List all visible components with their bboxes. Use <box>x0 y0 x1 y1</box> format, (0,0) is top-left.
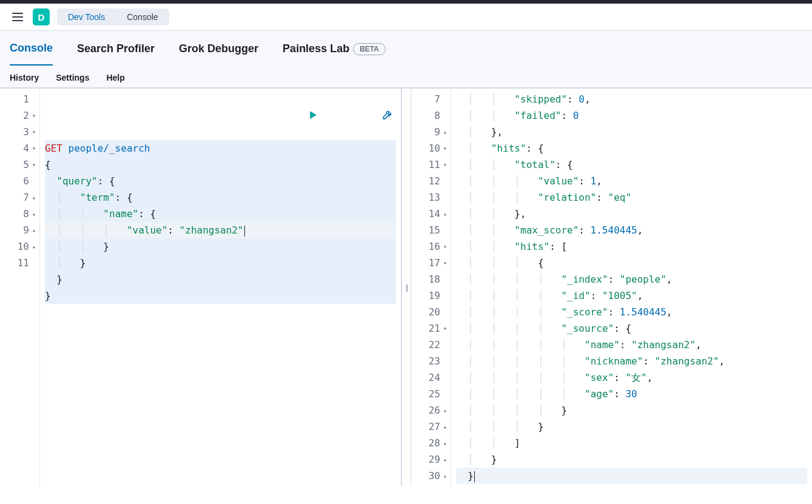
line-number: 20 <box>415 304 447 320</box>
line-number: 5▾ <box>4 156 36 173</box>
code-line: │ │ │ "value": 1, <box>456 173 807 189</box>
line-number: 18 <box>415 271 447 287</box>
code-line: │ │ }, <box>456 206 807 222</box>
main-tabs: ConsoleSearch ProfilerGrok DebuggerPainl… <box>0 31 812 66</box>
code-line: } <box>456 468 807 484</box>
code-line: │ │ "skipped": 0, <box>456 91 807 107</box>
fold-icon[interactable]: ▴ <box>442 206 447 222</box>
code-line: │ │ │ │ "_source": { <box>456 320 807 337</box>
line-number: 11▾ <box>415 156 447 173</box>
line-number: 7▴ <box>4 189 36 206</box>
line-number: 4▾ <box>4 140 36 156</box>
app-logo[interactable]: D <box>33 8 50 25</box>
fold-icon[interactable]: ▴ <box>31 238 36 255</box>
subtab-settings[interactable]: Settings <box>56 73 89 82</box>
code-line: │ │ │ } <box>456 418 807 435</box>
subtab-history[interactable]: History <box>10 73 39 82</box>
wrench-icon[interactable] <box>324 92 392 141</box>
code-line: │ "term": { <box>45 189 396 206</box>
line-number: 6 <box>4 173 36 189</box>
code-line: │ │ "max_score": 1.540445, <box>456 222 807 238</box>
fold-icon[interactable]: ▾ <box>442 238 447 255</box>
code-line: { <box>45 156 396 173</box>
breadcrumb-item-console[interactable]: Console <box>116 8 169 25</box>
line-number: 26▴ <box>415 402 447 418</box>
fold-icon[interactable]: ▾ <box>31 140 36 156</box>
code-line: │ │ "name": { <box>45 206 396 222</box>
response-viewer[interactable]: │ │ "skipped": 0, │ │ "failed": 0 │ }, │… <box>451 89 812 486</box>
split-editor: 12▾3▾4▾5▾67▴8▴9▴10▴11 GET people/_search… <box>0 88 812 486</box>
line-number: 10▴ <box>4 238 36 255</box>
code-line: │ "hits": { <box>456 140 807 156</box>
line-number: 29▴ <box>415 451 447 468</box>
code-line <box>45 304 396 320</box>
request-toolbar <box>249 92 392 141</box>
fold-icon[interactable]: ▾ <box>442 156 447 173</box>
fold-icon[interactable]: ▾ <box>31 156 36 173</box>
line-number: 22 <box>415 337 447 353</box>
code-line: │ │ │ │ "_score": 1.540445, <box>456 304 807 320</box>
line-number: 19 <box>415 287 447 304</box>
line-number: 24 <box>415 369 447 386</box>
fold-icon[interactable]: ▾ <box>442 255 447 271</box>
line-number: 11 <box>4 255 36 271</box>
code-line: │ } <box>456 451 807 468</box>
code-line: │ │ ] <box>456 435 807 451</box>
tab-grok-debugger[interactable]: Grok Debugger <box>179 42 258 65</box>
split-resize-handle[interactable]: || <box>401 88 411 486</box>
line-number: 12 <box>415 173 447 189</box>
line-number: 16▾ <box>415 238 447 255</box>
code-line: │ │ "total": { <box>456 156 807 173</box>
line-number: 7 <box>415 91 447 107</box>
line-number: 17▾ <box>415 255 447 271</box>
code-line: } <box>45 271 396 287</box>
tabs-region: ConsoleSearch ProfilerGrok DebuggerPainl… <box>0 31 812 88</box>
code-line: │ │ │ │ │ "sex": "女", <box>456 369 807 386</box>
code-line: │ │ │ "value": "zhangsan2" <box>45 222 396 238</box>
divider-glyph: || <box>406 283 408 292</box>
line-number: 8▴ <box>4 206 36 222</box>
request-editor[interactable]: GET people/_search{ "query": { │ "term":… <box>40 89 401 486</box>
tab-search-profiler[interactable]: Search Profiler <box>77 42 155 65</box>
response-gutter: 789▴10▾11▾121314▴1516▾17▾18192021▾222324… <box>411 89 451 486</box>
subtab-help[interactable]: Help <box>106 73 124 82</box>
code-line: │ │ │ │ } <box>456 402 807 418</box>
breadcrumb-item-devtools[interactable]: Dev Tools <box>57 8 116 25</box>
line-number: 10▾ <box>415 140 447 156</box>
line-number: 15 <box>415 222 447 238</box>
app-header: D Dev Tools Console <box>0 4 812 31</box>
code-line: │ │ │ │ │ "age": 30 <box>456 386 807 402</box>
line-number: 1 <box>4 91 36 107</box>
fold-icon[interactable]: ▴ <box>442 435 447 451</box>
fold-icon[interactable]: ▴ <box>442 124 447 140</box>
line-number: 21▾ <box>415 320 447 337</box>
fold-icon[interactable]: ▴ <box>442 402 447 418</box>
line-number: 2▾ <box>4 107 36 124</box>
fold-icon[interactable]: ▾ <box>442 320 447 337</box>
code-line: │ │ "failed": 0 <box>456 107 807 124</box>
fold-icon[interactable]: ▴ <box>31 206 36 222</box>
fold-icon[interactable]: ▾ <box>31 124 36 140</box>
line-number: 30▴ <box>415 468 447 484</box>
code-line: │ │ │ { <box>456 255 807 271</box>
menu-toggle-button[interactable] <box>10 10 25 24</box>
fold-icon[interactable]: ▴ <box>442 468 447 484</box>
line-number: 13 <box>415 189 447 206</box>
tab-console[interactable]: Console <box>10 42 53 66</box>
line-number: 28▴ <box>415 435 447 451</box>
fold-icon[interactable]: ▾ <box>442 140 447 156</box>
tab-painless-lab[interactable]: Painless LabBETA <box>283 42 386 65</box>
app-logo-letter: D <box>38 12 45 22</box>
code-line: │ │ │ │ │ "nickname": "zhangsan2", <box>456 353 807 369</box>
fold-icon[interactable]: ▴ <box>31 222 36 238</box>
play-icon[interactable] <box>249 92 317 141</box>
code-line: │ │ │ │ │ "name": "zhangsan2", <box>456 337 807 353</box>
fold-icon[interactable]: ▴ <box>442 451 447 468</box>
fold-icon[interactable]: ▴ <box>442 418 447 435</box>
fold-icon[interactable]: ▾ <box>31 107 36 124</box>
code-line: │ │ │ "relation": "eq" <box>456 189 807 206</box>
fold-icon[interactable]: ▴ <box>31 189 36 206</box>
line-number: 8 <box>415 107 447 124</box>
beta-badge: BETA <box>353 43 386 55</box>
line-number: 9▴ <box>415 124 447 140</box>
